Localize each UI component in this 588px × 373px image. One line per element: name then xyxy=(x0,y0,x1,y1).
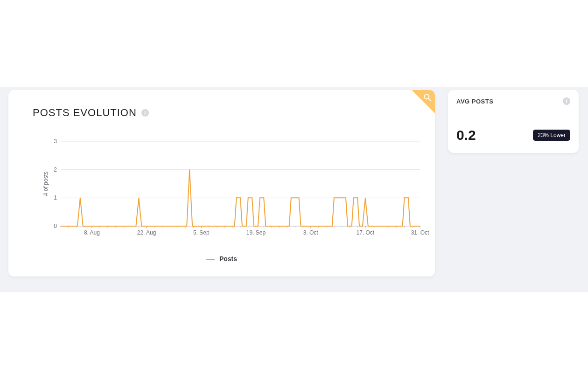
avg-posts-value: 0.2 xyxy=(456,127,476,143)
card-title: POSTS EVOLUTION xyxy=(33,107,137,119)
search-icon xyxy=(423,93,432,102)
svg-text:31. Oct: 31. Oct xyxy=(411,229,429,236)
side-value-row: 0.2 23% Lower xyxy=(456,127,570,143)
avg-posts-change-badge: 23% Lower xyxy=(533,130,570,141)
svg-line-1 xyxy=(429,99,431,101)
corner-search-badge[interactable] xyxy=(412,90,435,113)
card-title-row: POSTS EVOLUTION i xyxy=(33,107,149,119)
svg-text:3. Oct: 3. Oct xyxy=(303,229,319,236)
svg-text:2: 2 xyxy=(54,166,57,173)
posts-evolution-chart: 0123# of posts8. Aug22. Aug5. Sep19. Sep… xyxy=(44,137,422,239)
svg-text:22. Aug: 22. Aug xyxy=(137,229,156,236)
info-icon[interactable]: i xyxy=(563,97,570,105)
side-title-row: AVG POSTS i xyxy=(456,97,570,105)
svg-text:0: 0 xyxy=(54,223,57,229)
svg-text:5. Sep: 5. Sep xyxy=(193,229,210,236)
side-title: AVG POSTS xyxy=(456,98,493,105)
svg-text:17. Oct: 17. Oct xyxy=(356,229,374,236)
svg-text:1: 1 xyxy=(54,194,57,201)
svg-text:# of posts: # of posts xyxy=(42,172,49,196)
chart-area: 0123# of posts8. Aug22. Aug5. Sep19. Sep… xyxy=(44,137,422,239)
legend-label: Posts xyxy=(219,255,237,262)
avg-posts-card: AVG POSTS i 0.2 23% Lower xyxy=(448,90,579,153)
legend-swatch xyxy=(206,259,215,260)
chart-legend[interactable]: Posts xyxy=(8,255,435,262)
info-icon[interactable]: i xyxy=(141,109,149,117)
svg-text:3: 3 xyxy=(54,138,57,145)
svg-text:19. Sep: 19. Sep xyxy=(246,229,266,236)
svg-text:8. Aug: 8. Aug xyxy=(84,229,100,236)
posts-evolution-card: POSTS EVOLUTION i 0123# of posts8. Aug22… xyxy=(8,90,435,276)
